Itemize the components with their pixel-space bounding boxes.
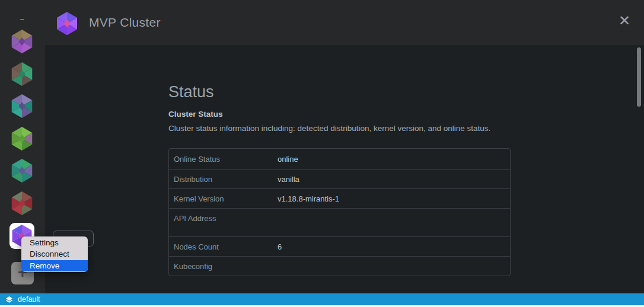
sidebar-item-cluster-3[interactable] [11, 94, 33, 118]
row-label: Kernel Version [169, 194, 278, 203]
row-value: online [278, 155, 298, 164]
table-row: Kernel Versionv1.18.8-mirantis-1 [169, 189, 510, 209]
row-label: Nodes Count [169, 242, 278, 251]
sidebar-item-cluster-2[interactable] [11, 62, 33, 86]
page-title: Status [168, 83, 214, 101]
table-row: Nodes Count6 [169, 237, 510, 257]
table-row: Online Statusonline [169, 149, 510, 170]
cluster-settings-panel: Status Cluster Status Cluster status inf… [45, 45, 644, 293]
menu-item-remove[interactable]: Remove [21, 260, 88, 271]
status-bar: default [0, 293, 644, 305]
row-label: Distribution [169, 175, 278, 184]
notification-dash [20, 19, 24, 20]
scrollbar-thumb[interactable] [637, 47, 641, 107]
row-value: vanilla [278, 175, 299, 184]
cluster-context-menu: SettingsDisconnectRemove [21, 236, 88, 272]
cluster-status-table: Online StatusonlineDistributionvanillaKe… [168, 148, 511, 276]
row-label: Online Status [169, 155, 278, 164]
cluster-cube-icon [57, 12, 77, 33]
row-label: API Address [169, 209, 278, 223]
sidebar-item-cluster-1[interactable] [11, 30, 33, 53]
namespace-label: default [18, 295, 40, 303]
table-row: Distributionvanilla [169, 170, 510, 189]
sidebar-item-cluster-5[interactable] [11, 159, 33, 183]
row-label: Kubeconfig [169, 262, 278, 271]
row-value: v1.18.8-mirantis-1 [278, 194, 339, 203]
table-row: API Address [169, 209, 510, 237]
section-title: Cluster Status [168, 110, 223, 119]
close-icon[interactable]: ✕ [616, 12, 633, 30]
sidebar-item-cluster-6[interactable] [11, 191, 33, 215]
menu-item-settings[interactable]: Settings [21, 237, 88, 248]
title-bar: MVP Cluster ✕ [0, 0, 644, 45]
menu-item-disconnect[interactable]: Disconnect [21, 248, 88, 260]
table-row: Kubeconfig [169, 257, 510, 276]
layers-icon [5, 295, 14, 304]
window-title: MVP Cluster [89, 15, 161, 30]
section-description: Cluster status information including: de… [168, 124, 490, 133]
app-window: MVP Cluster ✕ + Status Cluster Status Cl… [0, 0, 644, 307]
row-value: 6 [278, 242, 282, 251]
sidebar-item-cluster-4[interactable] [11, 127, 33, 151]
